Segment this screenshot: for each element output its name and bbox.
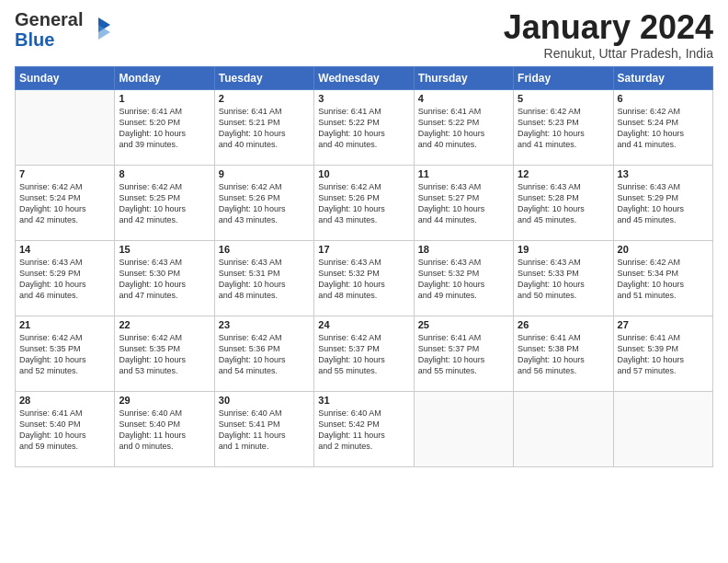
- table-row: 12Sunrise: 6:43 AM Sunset: 5:28 PM Dayli…: [514, 165, 613, 240]
- table-row: 3Sunrise: 6:41 AM Sunset: 5:22 PM Daylig…: [314, 89, 414, 165]
- day-number: 5: [518, 93, 609, 104]
- table-row: 4Sunrise: 6:41 AM Sunset: 5:22 PM Daylig…: [414, 89, 513, 165]
- table-row: 28Sunrise: 6:41 AM Sunset: 5:40 PM Dayli…: [16, 391, 115, 466]
- logo-general: General: [15, 9, 83, 29]
- day-info: Sunrise: 6:43 AM Sunset: 5:32 PM Dayligh…: [318, 257, 409, 302]
- table-row: [414, 391, 513, 466]
- table-row: 9Sunrise: 6:42 AM Sunset: 5:26 PM Daylig…: [214, 165, 313, 240]
- table-row: 5Sunrise: 6:42 AM Sunset: 5:23 PM Daylig…: [514, 89, 613, 165]
- day-info: Sunrise: 6:42 AM Sunset: 5:37 PM Dayligh…: [318, 332, 409, 377]
- day-number: 7: [19, 168, 110, 179]
- calendar-week-row: 7Sunrise: 6:42 AM Sunset: 5:24 PM Daylig…: [16, 165, 713, 240]
- table-row: 27Sunrise: 6:41 AM Sunset: 5:39 PM Dayli…: [613, 316, 712, 391]
- table-row: 29Sunrise: 6:40 AM Sunset: 5:40 PM Dayli…: [115, 391, 214, 466]
- day-number: 17: [318, 244, 409, 255]
- table-row: 14Sunrise: 6:43 AM Sunset: 5:29 PM Dayli…: [16, 240, 115, 316]
- logo: General Blue: [15, 9, 112, 50]
- table-row: 6Sunrise: 6:42 AM Sunset: 5:24 PM Daylig…: [613, 89, 712, 165]
- day-number: 19: [518, 244, 609, 255]
- day-number: 2: [219, 93, 310, 104]
- day-number: 14: [19, 244, 110, 255]
- table-row: 2Sunrise: 6:41 AM Sunset: 5:21 PM Daylig…: [214, 89, 313, 165]
- col-wednesday: Wednesday: [314, 66, 414, 89]
- day-info: Sunrise: 6:43 AM Sunset: 5:29 PM Dayligh…: [618, 181, 709, 226]
- table-row: 13Sunrise: 6:43 AM Sunset: 5:29 PM Dayli…: [613, 165, 712, 240]
- calendar-header-row: Sunday Monday Tuesday Wednesday Thursday…: [16, 66, 713, 89]
- day-info: Sunrise: 6:43 AM Sunset: 5:28 PM Dayligh…: [518, 181, 609, 226]
- table-row: 30Sunrise: 6:40 AM Sunset: 5:41 PM Dayli…: [214, 391, 313, 466]
- logo-flag-icon: [85, 16, 112, 43]
- day-info: Sunrise: 6:41 AM Sunset: 5:22 PM Dayligh…: [318, 106, 409, 151]
- table-row: 22Sunrise: 6:42 AM Sunset: 5:35 PM Dayli…: [115, 316, 214, 391]
- day-info: Sunrise: 6:42 AM Sunset: 5:34 PM Dayligh…: [618, 257, 709, 302]
- day-number: 15: [119, 244, 210, 255]
- day-info: Sunrise: 6:42 AM Sunset: 5:26 PM Dayligh…: [219, 181, 310, 226]
- table-row: 21Sunrise: 6:42 AM Sunset: 5:35 PM Dayli…: [16, 316, 115, 391]
- calendar-week-row: 21Sunrise: 6:42 AM Sunset: 5:35 PM Dayli…: [16, 316, 713, 391]
- page: General Blue January 2024 Renukut, Uttar…: [0, 0, 728, 477]
- table-row: 31Sunrise: 6:40 AM Sunset: 5:42 PM Dayli…: [314, 391, 414, 466]
- day-info: Sunrise: 6:43 AM Sunset: 5:30 PM Dayligh…: [119, 257, 210, 302]
- table-row: [613, 391, 712, 466]
- day-info: Sunrise: 6:41 AM Sunset: 5:40 PM Dayligh…: [19, 408, 110, 453]
- day-number: 13: [618, 168, 709, 179]
- table-row: [16, 89, 115, 165]
- day-info: Sunrise: 6:40 AM Sunset: 5:41 PM Dayligh…: [219, 408, 310, 453]
- day-number: 4: [418, 93, 509, 104]
- day-number: 30: [219, 395, 310, 406]
- table-row: 23Sunrise: 6:42 AM Sunset: 5:36 PM Dayli…: [214, 316, 313, 391]
- calendar-table: Sunday Monday Tuesday Wednesday Thursday…: [15, 66, 713, 467]
- table-row: 1Sunrise: 6:41 AM Sunset: 5:20 PM Daylig…: [115, 89, 214, 165]
- col-thursday: Thursday: [414, 66, 513, 89]
- table-row: 24Sunrise: 6:42 AM Sunset: 5:37 PM Dayli…: [314, 316, 414, 391]
- table-row: [514, 391, 613, 466]
- table-row: 7Sunrise: 6:42 AM Sunset: 5:24 PM Daylig…: [16, 165, 115, 240]
- col-tuesday: Tuesday: [214, 66, 313, 89]
- day-info: Sunrise: 6:43 AM Sunset: 5:29 PM Dayligh…: [19, 257, 110, 302]
- day-info: Sunrise: 6:40 AM Sunset: 5:40 PM Dayligh…: [119, 408, 210, 453]
- day-number: 12: [518, 168, 609, 179]
- day-number: 3: [318, 93, 409, 104]
- day-number: 22: [119, 319, 210, 330]
- table-row: 16Sunrise: 6:43 AM Sunset: 5:31 PM Dayli…: [214, 240, 313, 316]
- month-title: January 2024: [504, 9, 713, 46]
- day-info: Sunrise: 6:42 AM Sunset: 5:35 PM Dayligh…: [19, 332, 110, 377]
- header: General Blue January 2024 Renukut, Uttar…: [15, 9, 713, 61]
- calendar-week-row: 14Sunrise: 6:43 AM Sunset: 5:29 PM Dayli…: [16, 240, 713, 316]
- table-row: 19Sunrise: 6:43 AM Sunset: 5:33 PM Dayli…: [514, 240, 613, 316]
- day-info: Sunrise: 6:40 AM Sunset: 5:42 PM Dayligh…: [318, 408, 409, 453]
- col-monday: Monday: [115, 66, 214, 89]
- day-number: 8: [119, 168, 210, 179]
- day-info: Sunrise: 6:42 AM Sunset: 5:24 PM Dayligh…: [19, 181, 110, 226]
- logo-text: General Blue: [15, 9, 83, 50]
- day-info: Sunrise: 6:41 AM Sunset: 5:39 PM Dayligh…: [618, 332, 709, 377]
- day-info: Sunrise: 6:41 AM Sunset: 5:20 PM Dayligh…: [119, 106, 210, 151]
- day-number: 10: [318, 168, 409, 179]
- day-info: Sunrise: 6:42 AM Sunset: 5:23 PM Dayligh…: [518, 106, 609, 151]
- day-number: 25: [418, 319, 509, 330]
- day-number: 18: [418, 244, 509, 255]
- day-info: Sunrise: 6:41 AM Sunset: 5:21 PM Dayligh…: [219, 106, 310, 151]
- day-number: 24: [318, 319, 409, 330]
- table-row: 15Sunrise: 6:43 AM Sunset: 5:30 PM Dayli…: [115, 240, 214, 316]
- calendar-week-row: 28Sunrise: 6:41 AM Sunset: 5:40 PM Dayli…: [16, 391, 713, 466]
- table-row: 8Sunrise: 6:42 AM Sunset: 5:25 PM Daylig…: [115, 165, 214, 240]
- day-info: Sunrise: 6:43 AM Sunset: 5:32 PM Dayligh…: [418, 257, 509, 302]
- table-row: 17Sunrise: 6:43 AM Sunset: 5:32 PM Dayli…: [314, 240, 414, 316]
- day-number: 26: [518, 319, 609, 330]
- location-subtitle: Renukut, Uttar Pradesh, India: [504, 46, 713, 61]
- day-number: 27: [618, 319, 709, 330]
- day-info: Sunrise: 6:42 AM Sunset: 5:25 PM Dayligh…: [119, 181, 210, 226]
- day-number: 23: [219, 319, 310, 330]
- title-block: January 2024 Renukut, Uttar Pradesh, Ind…: [504, 9, 713, 61]
- day-info: Sunrise: 6:43 AM Sunset: 5:33 PM Dayligh…: [518, 257, 609, 302]
- table-row: 10Sunrise: 6:42 AM Sunset: 5:26 PM Dayli…: [314, 165, 414, 240]
- table-row: 20Sunrise: 6:42 AM Sunset: 5:34 PM Dayli…: [613, 240, 712, 316]
- day-number: 6: [618, 93, 709, 104]
- day-info: Sunrise: 6:42 AM Sunset: 5:36 PM Dayligh…: [219, 332, 310, 377]
- day-info: Sunrise: 6:43 AM Sunset: 5:31 PM Dayligh…: [219, 257, 310, 302]
- day-info: Sunrise: 6:41 AM Sunset: 5:22 PM Dayligh…: [418, 106, 509, 151]
- day-number: 28: [19, 395, 110, 406]
- day-info: Sunrise: 6:41 AM Sunset: 5:38 PM Dayligh…: [518, 332, 609, 377]
- day-info: Sunrise: 6:42 AM Sunset: 5:24 PM Dayligh…: [618, 106, 709, 151]
